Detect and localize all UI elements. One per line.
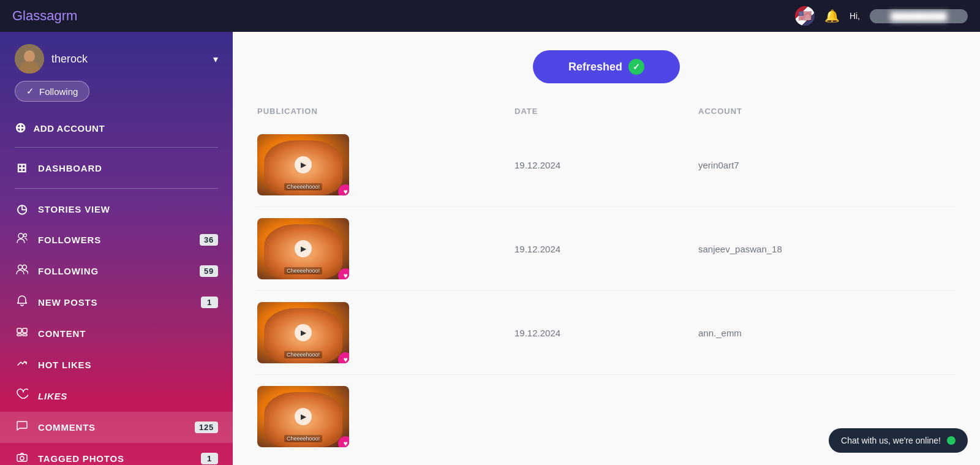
thumb-label: Cheeeehooo!: [284, 267, 322, 274]
heart-badge-icon: ♥: [338, 436, 349, 447]
thumbnail-3[interactable]: ▶ Cheeeehooo! ♥: [257, 302, 349, 363]
following-badge: 59: [200, 265, 218, 277]
svg-point-12: [20, 456, 24, 460]
logo-light: grm: [54, 8, 77, 23]
refreshed-button[interactable]: Refreshed ✓: [533, 50, 680, 83]
online-indicator: [947, 436, 956, 445]
thumbnail-2[interactable]: ▶ Cheeeehooo! ♥: [257, 218, 349, 279]
sidebar-item-label: CONTENT: [38, 328, 218, 339]
header-account: ACCOUNT: [698, 107, 956, 116]
account-cell[interactable]: ann._emm: [698, 328, 956, 338]
heart-badge-icon: ♥: [338, 268, 349, 279]
chat-label: Chat with us, we're online!: [841, 436, 941, 445]
heart-icon: [15, 388, 29, 404]
sidebar-item-label: FOLLOWERS: [38, 235, 191, 245]
thumb-label: Cheeeehooo!: [284, 351, 322, 358]
header-publication: PUBLICATION: [257, 107, 514, 116]
sidebar-item-following[interactable]: FOLLOWING 59: [0, 255, 233, 287]
user-name-text: ██████████: [891, 12, 947, 21]
sidebar-item-label: HOT LIKES: [38, 360, 218, 370]
play-icon: ▶: [295, 408, 312, 425]
sidebar-item-new-posts[interactable]: NEW POSTS 1: [0, 287, 233, 318]
play-icon: ▶: [295, 240, 312, 257]
account-cell[interactable]: yerin0art7: [698, 160, 956, 170]
user-name-pill[interactable]: ██████████: [870, 9, 968, 23]
table-row: ▶ Cheeeehooo! ♥ 19.12.2024 yerin0art7: [257, 123, 956, 207]
clock-icon: ◷: [15, 202, 29, 216]
play-icon: ▶: [295, 156, 312, 173]
sidebar-item-likes[interactable]: LIKES: [0, 380, 233, 412]
play-icon: ▶: [295, 324, 312, 341]
sidebar-item-label: NEW POSTS: [38, 297, 192, 308]
date-cell: 19.12.2024: [514, 160, 698, 170]
check-circle-icon: ✓: [628, 59, 644, 75]
sidebar-item-label: COMMENTS: [38, 422, 186, 433]
sidebar-item-content[interactable]: CONTENT: [0, 318, 233, 349]
publication-cell: ▶ Cheeeehooo! ♥: [257, 134, 514, 195]
header-date: DATE: [514, 107, 698, 116]
svg-point-4: [24, 234, 27, 237]
sidebar: therock ▾ ✓ Following ⊕ ADD ACCOUNT ⊞ DA…: [0, 32, 233, 465]
following-check-icon: ✓: [26, 86, 34, 97]
publication-cell: ▶ Cheeeehooo! ♥: [257, 302, 514, 363]
publication-cell: ▶ Cheeeehooo! ♥: [257, 386, 514, 447]
camera-icon: [15, 451, 29, 465]
main-content: Refreshed ✓ PUBLICATION DATE ACCOUNT ▶ C…: [233, 32, 980, 465]
account-section: therock ▾: [0, 32, 233, 81]
account-cell[interactable]: sanjeev_paswan_18: [698, 244, 956, 254]
chevron-down-icon[interactable]: ▾: [213, 53, 218, 65]
sidebar-item-hot-likes[interactable]: HOT LIKES: [0, 349, 233, 380]
sidebar-item-tagged-photos[interactable]: TAGGED PHOTOS 1: [0, 443, 233, 465]
svg-rect-7: [17, 328, 21, 333]
language-flag[interactable]: 🇺🇸: [795, 6, 815, 26]
comments-icon: [15, 420, 29, 435]
following-button[interactable]: ✓ Following: [15, 81, 89, 102]
sidebar-item-label: FOLLOWING: [38, 266, 191, 276]
chat-widget[interactable]: Chat with us, we're online!: [829, 428, 968, 453]
dashboard-icon: ⊞: [15, 161, 29, 175]
svg-rect-8: [23, 328, 27, 333]
table-header: PUBLICATION DATE ACCOUNT: [257, 102, 956, 123]
app-logo: Glassagrm: [12, 8, 77, 24]
new-posts-badge: 1: [201, 297, 218, 308]
svg-point-6: [23, 265, 27, 270]
followers-icon: [15, 232, 29, 248]
svg-rect-9: [17, 334, 21, 336]
thumb-label: Cheeeehooo!: [284, 435, 322, 442]
thumbnail-1[interactable]: ▶ Cheeeehooo! ♥: [257, 134, 349, 195]
sidebar-item-label: LIKES: [38, 391, 218, 401]
heart-badge-icon: ♥: [338, 184, 349, 195]
sidebar-item-followers[interactable]: FOLLOWERS 36: [0, 224, 233, 255]
topnav-right: 🇺🇸 🔔 Hi, ██████████: [795, 6, 968, 26]
notifications-bell-icon[interactable]: 🔔: [824, 9, 840, 23]
greeting-text: Hi,: [850, 11, 860, 21]
comments-badge: 125: [195, 422, 218, 433]
svg-rect-10: [23, 334, 27, 336]
svg-point-5: [18, 265, 23, 270]
tagged-photos-badge: 1: [201, 453, 218, 464]
sidebar-item-comments[interactable]: COMMENTS 125: [0, 412, 233, 443]
logo-bold: Glassa: [12, 8, 54, 23]
followers-badge: 36: [200, 234, 218, 246]
main-layout: therock ▾ ✓ Following ⊕ ADD ACCOUNT ⊞ DA…: [0, 32, 980, 465]
sidebar-item-label: DASHBOARD: [38, 163, 218, 173]
add-account-button[interactable]: ⊕ ADD ACCOUNT: [0, 114, 233, 142]
sidebar-item-dashboard[interactable]: ⊞ DASHBOARD: [0, 153, 233, 183]
avatar: [15, 44, 44, 74]
plus-circle-icon: ⊕: [15, 120, 26, 136]
date-cell: 19.12.2024: [514, 328, 698, 338]
sidebar-item-stories-view[interactable]: ◷ STORIES VIEW: [0, 194, 233, 224]
content-icon: [15, 326, 29, 341]
bell-icon: [15, 295, 29, 310]
svg-point-3: [18, 233, 23, 238]
table-row: ▶ Cheeeehooo! ♥ 19.12.2024 ann._emm: [257, 291, 956, 375]
sidebar-item-label: TAGGED PHOTOS: [38, 453, 192, 464]
sidebar-divider: [15, 147, 218, 148]
thumbnail-4[interactable]: ▶ Cheeeehooo! ♥: [257, 386, 349, 447]
following-label: Following: [39, 86, 78, 97]
refreshed-bar: Refreshed ✓: [257, 50, 956, 83]
svg-point-1: [24, 50, 35, 62]
hot-likes-icon: [15, 357, 29, 372]
refreshed-label: Refreshed: [568, 61, 622, 74]
thumb-label: Cheeeehooo!: [284, 183, 322, 191]
